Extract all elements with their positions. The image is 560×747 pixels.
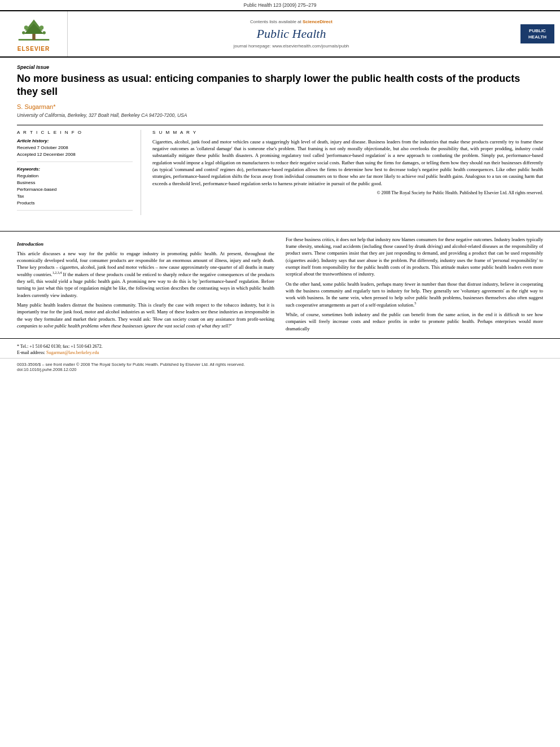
body-divider (0, 231, 560, 231)
superscript-1234: 1,2,3,4 (53, 271, 62, 274)
doi-line: doi:10.1016/j.puhe.2008.12.020 (17, 367, 543, 372)
badge-line2: HEALTH (523, 34, 552, 40)
journal-header: ELSEVIER Contents lists available at Sci… (0, 10, 560, 58)
history-label: Article history: (17, 138, 133, 143)
superscript-5: 5 (414, 302, 416, 305)
body-columns: Introduction This article discusses a ne… (0, 236, 560, 335)
keyword-business: Business (17, 180, 133, 186)
right-p2: On the other hand, some public health le… (286, 281, 543, 308)
footnotes: * Tel.: +1 510 642 0130; fax: +1 510 643… (0, 338, 560, 358)
sciencedirect-line: Contents lists available at ScienceDirec… (250, 19, 333, 24)
intro-p2: Many public health leaders distrust the … (17, 302, 274, 329)
article-info-title: A R T I C L E I N F O (17, 130, 133, 135)
citation-text: Public Health 123 (2009) 275–279 (243, 2, 316, 8)
right-p1: For these business critics, it does not … (286, 236, 543, 278)
intro-heading: Introduction (17, 241, 274, 248)
pubhealth-badge: PUBLIC HEALTH (520, 24, 554, 43)
email-label: E-mail address: (17, 350, 45, 355)
keyword-regulation: Regulation (17, 173, 133, 180)
copyright-line: © 2008 The Royal Society for Public Heal… (152, 190, 543, 195)
keyword-products: Products (17, 200, 133, 207)
info-summary-section: A R T I C L E I N F O Article history: R… (17, 125, 543, 215)
footnote-email: E-mail address: Sugarman@law.berkeley.ed… (17, 350, 543, 356)
elsevier-tree-icon (14, 16, 54, 45)
article-content: Special Issue No more business as usual:… (0, 59, 560, 226)
italic-question: companies to solve public health problem… (17, 323, 231, 329)
elsevier-logo: ELSEVIER (14, 16, 54, 52)
summary-title: S U M M A R Y (152, 130, 543, 135)
keywords-group: Keywords: Regulation Business Performanc… (17, 167, 133, 211)
intro-p1: This article discusses a new way for the… (17, 250, 274, 299)
page: Public Health 123 (2009) 275–279 (0, 0, 560, 747)
body-right-col: For these business critics, it does not … (286, 236, 543, 335)
email-address[interactable]: Sugarman@law.berkeley.edu (46, 350, 99, 355)
svg-point-6 (22, 31, 25, 34)
header-right: PUBLIC HEALTH (515, 11, 560, 56)
sciencedirect-link[interactable]: ScienceDirect (303, 19, 333, 24)
bottom-info: 0033-3506/$ – see front matter © 2008 Th… (0, 358, 560, 377)
keyword-tax: Tax (17, 193, 133, 200)
article-title: No more business as usual: enticing comp… (17, 72, 543, 99)
article-info-panel: A R T I C L E I N F O Article history: R… (17, 130, 141, 215)
elsevier-wordmark: ELSEVIER (18, 46, 50, 52)
author: S. Sugarman* (17, 103, 543, 110)
keyword-performance: Performance-based (17, 186, 133, 193)
citation-bar: Public Health 123 (2009) 275–279 (0, 0, 560, 9)
header-center: Contents lists available at ScienceDirec… (68, 11, 515, 56)
svg-point-7 (42, 31, 45, 34)
accepted-date: Accepted 12 December 2008 (17, 151, 133, 158)
homepage-line: journal homepage: www.elsevierhealth.com… (234, 43, 349, 49)
summary-panel: S U M M A R Y Cigarettes, alcohol, junk … (152, 130, 543, 215)
badge-line1: PUBLIC (523, 28, 552, 34)
issn-line: 0033-3506/$ – see front matter © 2008 Th… (17, 362, 543, 367)
sciencedirect-prefix: Contents lists available at (250, 19, 301, 24)
affiliation: University of California, Berkeley, 327 … (17, 112, 543, 118)
svg-point-4 (24, 25, 28, 29)
summary-text: Cigarettes, alcohol, junk food and motor… (152, 138, 543, 187)
right-p3: While, of course, sometimes both industr… (286, 311, 543, 332)
history-group: Article history: Received 7 October 2008… (17, 138, 133, 162)
svg-rect-1 (32, 33, 35, 40)
header-left-logo: ELSEVIER (0, 11, 68, 56)
body-left-col: Introduction This article discusses a ne… (17, 236, 274, 335)
special-issue-label: Special Issue (17, 64, 543, 70)
svg-point-5 (40, 25, 43, 29)
footnote-tel: * Tel.: +1 510 642 0130; fax: +1 510 643… (17, 343, 543, 350)
journal-title: Public Health (257, 27, 326, 41)
keywords-label: Keywords: (17, 167, 133, 172)
received-date: Received 7 October 2008 (17, 145, 133, 151)
